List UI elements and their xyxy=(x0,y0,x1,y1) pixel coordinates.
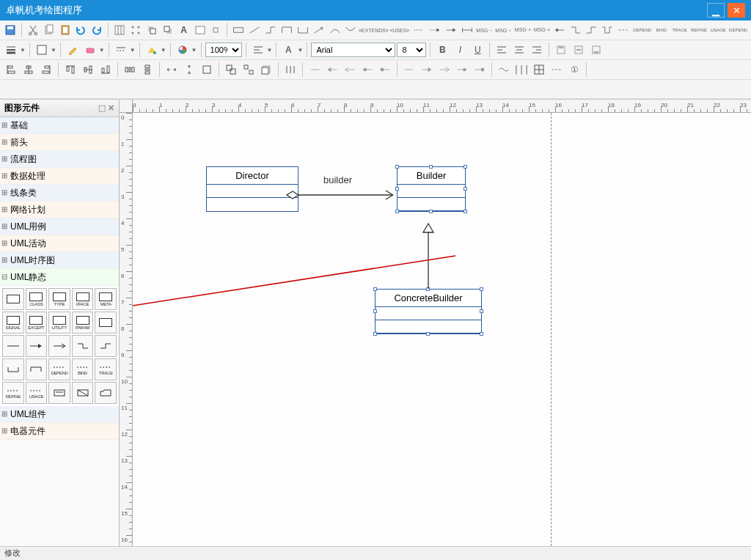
cat-uml-component[interactable]: UML组件 xyxy=(0,406,119,423)
same-size-button[interactable] xyxy=(199,62,215,78)
align-t-button[interactable] xyxy=(62,62,78,78)
line-elbow3-tool[interactable] xyxy=(600,22,615,38)
line-msg2-tool[interactable]: MSG→ xyxy=(495,22,513,38)
valign-bottom-button[interactable] xyxy=(588,42,604,58)
note-tool[interactable] xyxy=(193,22,208,38)
arr-tri-r[interactable] xyxy=(419,62,435,78)
line-n-tool[interactable] xyxy=(279,22,294,38)
shape-depend[interactable]: DEPEND xyxy=(48,358,70,380)
canvas[interactable]: Director Builder ConcreteBuilder xyxy=(133,113,751,546)
grid-tool[interactable] xyxy=(112,22,127,38)
cat-arrows[interactable]: 箭头 xyxy=(0,134,119,151)
dropdown-arrow-icon[interactable]: ▼ xyxy=(99,47,105,54)
shape-arrow2[interactable] xyxy=(26,335,48,357)
line-trace-tool[interactable]: TRACE xyxy=(671,22,688,38)
shape-arrow3[interactable] xyxy=(48,335,70,357)
shape-elbow-c[interactable] xyxy=(2,358,24,380)
arr-dot-r[interactable] xyxy=(472,62,488,78)
align-l-button[interactable] xyxy=(3,62,19,78)
zoom-select[interactable]: 100% xyxy=(205,43,242,57)
sidebar-body[interactable]: 基础 箭头 流程图 数据处理 线条类 网络计划 UML用例 UML活动 UML时… xyxy=(0,117,119,546)
shape-class[interactable]: CLASS xyxy=(26,288,48,310)
dist-v-button[interactable] xyxy=(139,62,155,78)
fontsize-select[interactable]: 8 xyxy=(397,43,426,57)
align-center-button[interactable] xyxy=(511,42,527,58)
align-m-button[interactable] xyxy=(80,62,96,78)
line-step-tool[interactable] xyxy=(263,22,278,38)
line-refine-tool[interactable]: REFINE xyxy=(689,22,708,38)
uml-class-concrete[interactable]: ConcreteBuilder xyxy=(375,289,482,334)
save-button[interactable] xyxy=(3,22,18,38)
shape-signal[interactable]: SIGNAL xyxy=(2,312,24,334)
shape-meta[interactable]: META xyxy=(95,288,117,310)
line-msg3-tool[interactable]: MSG⇢ xyxy=(514,22,532,38)
dropdown-arrow-icon[interactable]: ▼ xyxy=(130,47,136,54)
dropdown-arrow-icon[interactable]: ▼ xyxy=(51,47,56,54)
nodes-tool[interactable] xyxy=(128,22,143,38)
font-select[interactable]: Arial xyxy=(311,43,395,57)
shape-elbow-a[interactable] xyxy=(72,335,94,357)
arr-diamond-r[interactable] xyxy=(454,62,470,78)
line-dash-arrow-tool[interactable] xyxy=(428,22,442,38)
cat-uml-sequence[interactable]: UML时序图 xyxy=(0,252,119,269)
cat-uml-static[interactable]: UML静态 xyxy=(0,269,119,286)
dist-h-button[interactable] xyxy=(122,62,138,78)
page[interactable]: Director Builder ConcreteBuilder xyxy=(133,113,751,546)
uml-class-director[interactable]: Director xyxy=(206,166,298,212)
pencil-tool[interactable] xyxy=(65,42,81,58)
copy-button[interactable] xyxy=(42,22,56,38)
line-elbow2-tool[interactable] xyxy=(584,22,598,38)
arr-dot-l[interactable] xyxy=(377,62,393,78)
front-tool[interactable] xyxy=(144,22,159,38)
node-tool[interactable] xyxy=(208,22,223,38)
color-tool[interactable] xyxy=(175,42,191,58)
shape-elbow-d[interactable] xyxy=(26,358,48,380)
dropdown-arrow-icon[interactable]: ▼ xyxy=(20,47,26,54)
line-box-tool[interactable] xyxy=(231,22,246,38)
valign-middle-button[interactable] xyxy=(571,42,587,58)
arr-diamond-l[interactable] xyxy=(359,62,376,78)
shape-blank2[interactable] xyxy=(95,312,117,334)
line-diag-tool[interactable] xyxy=(247,22,262,38)
line-solid-arrow-tool[interactable] xyxy=(444,22,458,38)
line-depend-tool[interactable]: DEPEND xyxy=(632,22,652,38)
align-r-button[interactable] xyxy=(38,62,54,78)
line-dash2-tool[interactable] xyxy=(616,22,631,38)
line-msg1-tool[interactable]: MSG→ xyxy=(476,22,494,38)
spacing-button[interactable] xyxy=(282,62,298,78)
underline-button[interactable]: U xyxy=(469,42,486,58)
line-depend2-tool[interactable]: DEPEND xyxy=(728,22,748,38)
line-style-button[interactable] xyxy=(3,42,19,58)
shape-type[interactable]: TYPE xyxy=(48,288,70,310)
line-arc2-tool[interactable] xyxy=(343,22,358,38)
eraser-tool[interactable] xyxy=(82,42,98,58)
cat-dataproc[interactable]: 数据处理 xyxy=(0,168,119,185)
shape-usage[interactable]: USAGE xyxy=(26,382,48,404)
arr-none-r[interactable] xyxy=(401,62,417,78)
shape-except[interactable]: EXCEPT xyxy=(26,312,48,334)
line-back-arrow-tool[interactable] xyxy=(552,22,567,38)
conn-dash[interactable] xyxy=(549,62,565,78)
shape-pkg[interactable] xyxy=(72,382,94,404)
ungroup-button[interactable] xyxy=(241,62,257,78)
cat-electrical[interactable]: 电器元件 xyxy=(0,423,119,440)
cat-basic[interactable]: 基础 xyxy=(0,117,119,134)
line-arrow-tool[interactable] xyxy=(312,22,326,38)
uml-class-builder[interactable]: Builder xyxy=(397,166,466,212)
shape-arrow1[interactable] xyxy=(2,335,24,357)
text-tool[interactable]: A xyxy=(177,22,191,38)
conn-bars[interactable]: ||| xyxy=(513,62,530,78)
conn-circle[interactable]: ① xyxy=(566,62,582,78)
line-bind-tool[interactable]: BIND xyxy=(653,22,670,38)
paint-tool[interactable] xyxy=(144,42,160,58)
fontcolor-button[interactable]: A xyxy=(280,42,296,58)
arr-open-l[interactable] xyxy=(342,62,358,78)
line-arc1-tool[interactable] xyxy=(328,22,342,38)
shape-bind[interactable]: BIND xyxy=(72,358,94,380)
align-b-button[interactable] xyxy=(98,62,114,78)
align-left-button[interactable] xyxy=(494,42,510,58)
cat-uml-activity[interactable]: UML活动 xyxy=(0,235,119,252)
line-extends-tool[interactable]: «EXTENDS» xyxy=(359,22,387,38)
cat-lines[interactable]: 线条类 xyxy=(0,185,119,202)
cat-flowchart[interactable]: 流程图 xyxy=(0,151,119,168)
